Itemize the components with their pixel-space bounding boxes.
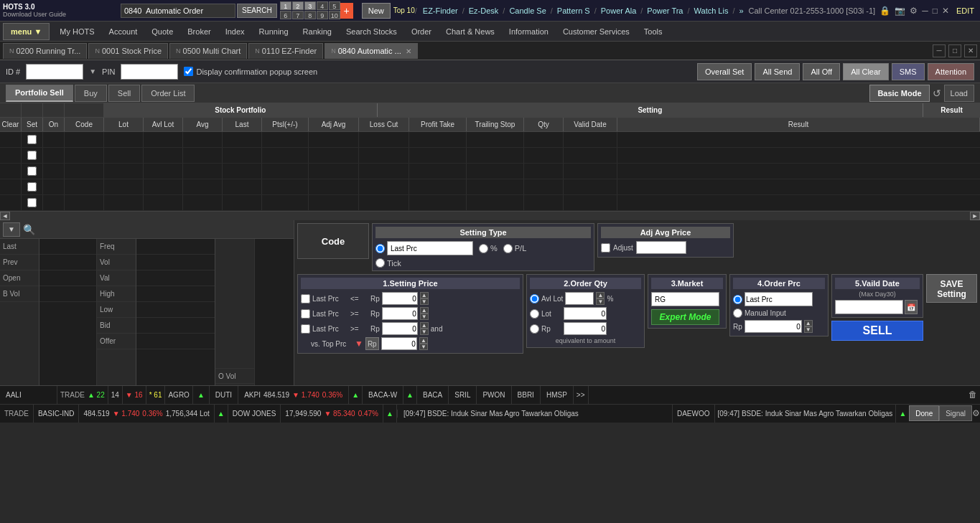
num-1[interactable]: 1 [280,1,291,10]
lot-radio[interactable] [530,309,539,319]
signal-button[interactable]: Signal [939,405,972,421]
pl-radio[interactable] [503,244,513,253]
ticker-more[interactable]: >> [574,386,589,404]
all-clear-button[interactable]: All Clear [843,63,889,80]
adjust-checkbox[interactable] [601,243,610,253]
sp-row1-input[interactable] [382,292,418,305]
all-off-button[interactable]: All Off [803,63,840,80]
menu-quote[interactable]: Quote [144,22,180,42]
oq-up[interactable]: ▲ [596,292,605,298]
rp-input[interactable] [564,322,607,335]
save-setting-button[interactable]: SAVE Setting [926,274,977,303]
nav-ezdesk[interactable]: Ez-Desk [469,6,499,15]
tick-radio[interactable] [375,258,385,268]
menu-running[interactable]: Running [252,22,296,42]
avl-lot-input[interactable] [565,292,594,305]
plus-button[interactable]: + [340,3,353,19]
menu-broker[interactable]: Broker [180,22,218,42]
tab-order-list[interactable]: Order List [141,85,195,102]
calendar-icon[interactable]: 📅 [905,300,918,314]
rp-radio[interactable] [530,324,539,334]
num-3[interactable]: 3 [304,1,316,10]
camera-icon[interactable]: 📷 [895,6,905,16]
avl-lot-radio[interactable] [530,294,539,303]
menu-searchstocks[interactable]: Search Stocks [339,22,404,42]
attention-button[interactable]: Attention [928,63,974,80]
expert-mode-button[interactable]: Expert Mode [651,309,719,325]
lock-icon[interactable]: 🔒 [879,6,890,16]
search-button[interactable]: SEARCH [237,4,277,18]
tab-multichart[interactable]: N 0500 Multi Chart [169,43,247,59]
ticker-settings-icon[interactable]: ⚙ [972,408,980,418]
sp-row3-checkbox[interactable] [301,324,310,334]
overall-set-button[interactable]: Overall Set [697,63,752,80]
menu-information[interactable]: Information [502,22,556,42]
nav-powertra[interactable]: Power Tra [647,6,683,15]
sp-row1-up[interactable]: ▲ [420,292,429,298]
tab-restore-icon[interactable]: □ [948,44,961,57]
tab-ezfinder[interactable]: N 0110 EZ-Finder [248,43,323,59]
num-2[interactable]: 2 [292,1,304,10]
menu-index[interactable]: Index [218,22,252,42]
num-4[interactable]: 4 [317,1,328,10]
menu-ranking[interactable]: Ranking [296,22,339,42]
scroll-right-button[interactable]: ► [970,212,980,220]
menu-order[interactable]: Order [404,22,439,42]
lot-input[interactable] [564,307,607,320]
last-prc-radio[interactable] [375,244,385,253]
sp-row2-checkbox[interactable] [301,309,310,319]
maximize-icon[interactable]: □ [933,6,938,16]
menu-account[interactable]: Account [102,22,145,42]
scroll-left-button[interactable]: ◄ [0,212,10,220]
menu-customerservices[interactable]: Customer Services [556,22,637,42]
op-select[interactable]: Last Prc [745,292,813,306]
nav-watchlis[interactable]: Watch Lis [694,6,729,15]
horizontal-scrollbar[interactable]: ◄ ► [0,211,980,220]
load-button[interactable]: Load [944,85,974,102]
id-dropdown-arrow[interactable]: ▼ [89,67,96,75]
op-manual-radio[interactable] [733,308,742,318]
pct-radio[interactable] [479,244,488,253]
row1-set-checkbox[interactable] [27,135,37,144]
op-up[interactable]: ▲ [804,320,813,326]
op-lastprc-radio[interactable] [733,295,742,304]
oq-down[interactable]: ▼ [596,298,605,305]
sp-row1-down[interactable]: ▼ [420,298,429,305]
tab-automatic[interactable]: N 0840 Automatic ... ✕ [325,43,418,59]
adjust-input[interactable] [636,241,686,254]
nav-pattern[interactable]: Pattern S [557,6,590,15]
sp-row3-up[interactable]: ▲ [420,322,429,329]
tab-minimize-icon[interactable]: ─ [933,44,946,57]
ticker-trash-icon[interactable]: 🗑 [969,390,977,400]
tab-running[interactable]: N 0200 Running Tr... [3,43,87,59]
row3-set-checkbox[interactable] [27,166,37,176]
done-button[interactable]: Done [909,405,939,421]
refresh-icon[interactable]: ↺ [933,88,941,99]
vs-up[interactable]: ▲ [419,337,428,344]
market-select[interactable]: RG [651,292,719,306]
new-button[interactable]: New [362,3,391,19]
row2-set-checkbox[interactable] [27,151,37,160]
vs-down[interactable]: ▼ [419,344,428,350]
menu-button[interactable]: menu ▼ [3,23,50,40]
close-icon[interactable]: ✕ [942,6,949,16]
sell-button[interactable]: SELL [831,321,923,341]
order-input[interactable] [121,4,235,18]
sms-button[interactable]: SMS [892,63,925,80]
op-value-input[interactable] [745,320,802,333]
sp-row3-down[interactable]: ▼ [420,329,429,335]
row5-set-checkbox[interactable] [27,198,37,207]
num-6[interactable]: 6 [280,11,291,19]
num-10[interactable]: 10 [329,11,340,19]
vs-toprc-input[interactable] [381,337,417,350]
nav-candle[interactable]: Candle Se [509,6,546,15]
left-dropdown[interactable]: ▼ [3,222,20,237]
nav-ezfinder[interactable]: EZ-Finder [423,6,458,15]
tab-close-icon[interactable]: ✕ [406,47,411,55]
tab-stockprice[interactable]: N 0001 Stock Price [88,43,168,59]
vs-toprc-select[interactable]: Rp [365,337,379,350]
id-input[interactable] [26,64,83,80]
last-prc-select[interactable]: Last Prc [387,241,473,255]
all-send-button[interactable]: All Send [755,63,800,80]
pin-input[interactable] [121,64,178,80]
